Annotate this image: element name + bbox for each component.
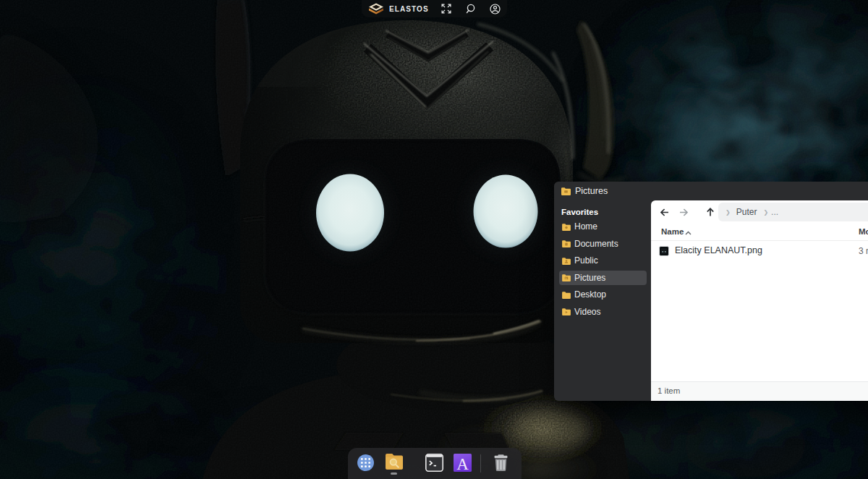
- svg-text:A: A: [456, 455, 469, 472]
